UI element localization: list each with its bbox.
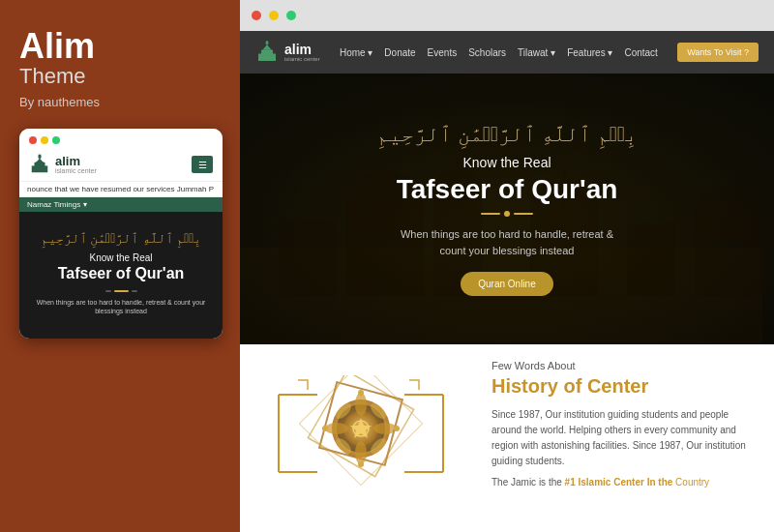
svg-point-37 <box>358 390 364 396</box>
mobile-arabic-text: بِسۡمِ ٱللَّهِ ٱلرَّحۡمَٰنِ ٱلرَّحِيمِ <box>29 231 213 247</box>
history-paragraph-2: The Jamic is the #1 Islamic Center In th… <box>491 475 755 490</box>
bottom-ornament-area <box>240 344 472 532</box>
svg-point-38 <box>358 461 364 467</box>
mobile-mosque-icon <box>29 154 50 175</box>
hero-subtitle-text: When things are too hard to handle, retr… <box>391 226 623 258</box>
mobile-tafseer-text: Tafseer of Qur'an <box>29 265 213 282</box>
nav-donate[interactable]: Donate <box>384 47 415 58</box>
mobile-menu-icon[interactable]: ☰ <box>192 156 213 173</box>
desktop-logo-name: alim <box>284 43 320 56</box>
desktop-bottom-section: Few Words About History of Center Since … <box>240 344 774 532</box>
mobile-window-controls <box>29 136 60 144</box>
desktop-nav-links: Home ▾ Donate Events Scholars Tilawat ▾ … <box>340 47 658 58</box>
hero-dot-line-right <box>514 213 533 215</box>
mobile-mockup: alim islamic center ☰ nounce that we hav… <box>19 129 223 339</box>
svg-rect-7 <box>266 41 268 44</box>
mobile-namaz-chevron: ▾ <box>83 200 87 209</box>
history-of-center-title: History of Center <box>491 375 755 398</box>
desktop-mockup: alim islamic center Home ▾ Donate Events… <box>240 31 774 532</box>
nav-contact[interactable]: Contact <box>624 47 657 58</box>
mobile-hero: بِسۡمِ ٱللَّهِ ٱلرَّحۡمَٰنِ ٱلرَّحِيمِ K… <box>19 212 223 339</box>
browser-dot-green <box>286 11 296 20</box>
history-paragraph-1: Since 1987, Our institution guiding stud… <box>491 407 755 469</box>
mobile-logo-text: alim islamic center <box>55 155 97 174</box>
app-subtitle: Theme <box>19 64 85 89</box>
mobile-dot-line-2 <box>114 290 129 292</box>
hero-dot-center <box>504 211 510 217</box>
svg-rect-3 <box>39 155 42 159</box>
mobile-know-text: Know the Real <box>29 252 213 263</box>
mobile-divider-dots <box>29 290 213 292</box>
right-panel: alim islamic center Home ▾ Donate Events… <box>240 0 774 532</box>
svg-point-28 <box>355 393 367 416</box>
left-panel: Alim Theme By nauthemes alim <box>0 0 240 532</box>
nav-cta-button[interactable]: Wants To Visit ? <box>677 43 759 62</box>
desktop-logo-sub: islamic center <box>284 56 320 62</box>
mobile-desc-text: When things are too hard to handle, retr… <box>29 298 213 317</box>
hero-tafseer-text: Tafseer of Qur'an <box>397 174 618 205</box>
app-author: By nauthemes <box>19 95 100 109</box>
mobile-logo-sub: islamic center <box>55 167 97 174</box>
mobile-namaz-label: Namaz Timings <box>27 200 80 209</box>
desktop-logo: alim islamic center <box>255 41 320 64</box>
browser-dot-red <box>252 11 261 20</box>
svg-rect-5 <box>261 50 273 56</box>
mobile-dot-yellow <box>41 136 48 144</box>
mobile-namaz-timings[interactable]: Namaz Timings ▾ <box>19 197 223 212</box>
nav-home[interactable]: Home ▾ <box>340 47 372 58</box>
app-title: Alim <box>19 29 95 64</box>
nav-events[interactable]: Events <box>428 47 458 58</box>
mobile-dot-green <box>52 136 60 144</box>
mobile-top-bar <box>19 129 223 148</box>
hero-arabic-text: بِسۡمِ ٱللَّهِ ٱلرَّحۡمَٰنِ ٱلرَّحِيمِ <box>376 122 638 147</box>
ornament-svg <box>259 375 453 501</box>
mobile-dot-line-3 <box>132 290 137 292</box>
desktop-logo-text: alim islamic center <box>284 43 320 62</box>
mobile-ticker: nounce that we have resumed our services… <box>19 182 223 197</box>
desktop-hero: بِسۡمِ ٱللَّهِ ٱلرَّحۡمَٰنِ ٱلرَّحِيمِ K… <box>240 74 774 344</box>
hero-content: بِسۡمِ ٱللَّهِ ٱلرَّحۡمَٰنِ ٱلرَّحِيمِ K… <box>240 74 774 344</box>
svg-point-39 <box>322 426 328 431</box>
mobile-dot-red <box>29 136 37 144</box>
desktop-mosque-icon <box>255 41 279 64</box>
nav-scholars[interactable]: Scholars <box>468 47 506 58</box>
hero-dot-line-left <box>481 213 500 215</box>
browser-dot-yellow <box>269 11 279 20</box>
hero-cta-button[interactable]: Quran Online <box>461 272 552 296</box>
mobile-logo-name: alim <box>55 155 97 167</box>
svg-point-30 <box>325 423 348 434</box>
mobile-logo: alim islamic center <box>29 154 97 175</box>
desktop-nav: alim islamic center Home ▾ Donate Events… <box>240 31 774 74</box>
browser-chrome <box>240 0 774 31</box>
nav-features[interactable]: Features ▾ <box>567 47 612 58</box>
nav-tilawat[interactable]: Tilawat ▾ <box>518 47 555 58</box>
mobile-nav: alim islamic center ☰ <box>19 148 223 182</box>
svg-rect-1 <box>35 163 45 168</box>
history-link[interactable]: #1 Islamic Center In the <box>565 477 673 488</box>
hero-know-text: Know the Real <box>462 155 551 170</box>
svg-point-31 <box>373 423 397 434</box>
mobile-dot-line-1 <box>105 290 111 292</box>
svg-point-40 <box>394 426 400 431</box>
svg-point-29 <box>355 441 367 464</box>
history-link-2[interactable]: Country <box>675 477 709 488</box>
hero-divider <box>481 211 533 217</box>
few-words-label: Few Words About <box>491 360 755 371</box>
bottom-text-content: Few Words About History of Center Since … <box>472 344 774 532</box>
